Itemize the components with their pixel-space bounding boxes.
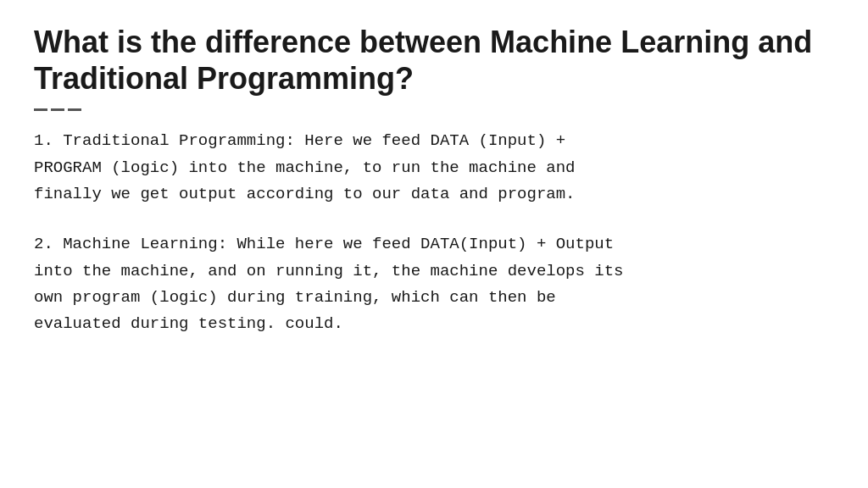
divider-line-3	[68, 108, 81, 111]
divider-line-1	[34, 108, 47, 111]
paragraph-traditional: 1. Traditional Programming: Here we feed…	[34, 128, 834, 208]
page-container: What is the difference between Machine L…	[0, 0, 868, 488]
paragraph-ml: 2. Machine Learning: While here we feed …	[34, 231, 834, 337]
page-title: What is the difference between Machine L…	[34, 24, 834, 97]
content-block-1: 1. Traditional Programming: Here we feed…	[34, 128, 834, 208]
content-block-2: 2. Machine Learning: While here we feed …	[34, 231, 834, 337]
divider	[34, 108, 834, 111]
divider-line-2	[51, 108, 64, 111]
